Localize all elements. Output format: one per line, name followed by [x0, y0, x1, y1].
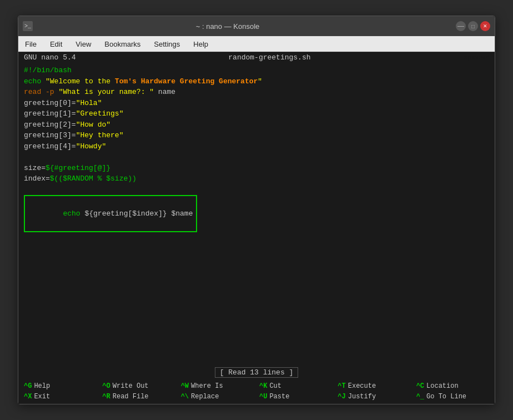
konsole-window: >_ ~ : nano — Konsole — □ File Edit View…: [18, 16, 495, 404]
desc-exit: Exit: [34, 393, 50, 401]
shortcut-paste: ^U Paste: [257, 392, 334, 402]
shortcut-cut: ^K Cut: [257, 381, 334, 391]
shortcut-whereis: ^W Where Is: [179, 381, 256, 391]
desc-paste: Paste: [269, 393, 289, 401]
minimize-button[interactable]: —: [456, 21, 466, 31]
menu-bookmarks[interactable]: Bookmarks: [102, 39, 143, 49]
shortcut-location: ^C Location: [414, 381, 491, 391]
code-line-1: #!/bin/bash: [24, 65, 489, 76]
desc-location: Location: [426, 382, 459, 390]
key-cut: ^K: [259, 382, 267, 390]
key-exit: ^X: [24, 393, 32, 401]
shortcut-justify: ^J Justify: [335, 392, 413, 402]
shortcut-where-replace: ^W Where Is ^\ Replace: [179, 381, 256, 402]
shortcut-write-read: ^O Write Out ^R Read File: [100, 381, 177, 402]
code-line-11: index=$(($RANDOM % $size)): [24, 173, 489, 184]
code-line-12: [24, 184, 489, 196]
desc-justify: Justify: [348, 393, 376, 401]
desc-replace: Replace: [191, 393, 219, 401]
key-execute: ^T: [338, 382, 345, 390]
shortcut-replace: ^\ Replace: [179, 392, 256, 402]
desc-cut: Cut: [269, 382, 281, 390]
desc-whereis: Where Is: [191, 382, 223, 390]
shortcut-cut-paste: ^K Cut ^U Paste: [257, 381, 334, 402]
desc-gotoline: Go To Line: [426, 393, 466, 401]
menu-file[interactable]: File: [23, 39, 39, 49]
key-write: ^O: [102, 382, 110, 390]
highlighted-line: echo ${greeting[$index]} $name: [24, 195, 197, 232]
code-line-3: read -p "What is your name?: " name: [24, 87, 489, 98]
titlebar: >_ ~ : nano — Konsole — □: [18, 16, 495, 36]
close-button[interactable]: [480, 21, 490, 31]
nano-filename: random-greetings.sh: [228, 53, 310, 62]
key-whereis: ^W: [181, 382, 189, 390]
shortcut-bar: ^G Help ^X Exit ^O Write Out ^R Read Fil…: [18, 379, 495, 404]
status-message: [ Read 13 lines ]: [215, 367, 299, 378]
key-read: ^R: [102, 393, 110, 401]
code-line-10: size=${#greeting[@]}: [24, 163, 489, 174]
code-line-5: greeting[1]="Greetings": [24, 108, 489, 119]
key-justify: ^J: [338, 393, 345, 401]
shortcut-help: ^G Help: [22, 381, 99, 391]
status-bar: [ Read 13 lines ]: [18, 366, 495, 379]
shortcut-exit: ^X Exit: [22, 392, 99, 402]
shortcut-execute-justify: ^T Execute ^J Justify: [335, 381, 413, 402]
code-line-4: greeting[0]="Hola": [24, 98, 489, 109]
code-line-7: greeting[3]="Hey there": [24, 130, 489, 141]
shortcut-help-exit: ^G Help ^X Exit: [22, 381, 99, 402]
key-help: ^G: [24, 382, 32, 390]
shortcut-gotoline: ^_ Go To Line: [414, 392, 491, 402]
shortcut-execute: ^T Execute: [335, 381, 413, 391]
code-line-9: [24, 152, 489, 163]
key-paste: ^U: [259, 393, 267, 401]
window-title: ~ : nano — Konsole: [0, 22, 456, 31]
nano-version: GNU nano 5.4: [24, 53, 76, 62]
nano-header: GNU nano 5.4 random-greetings.sh spacer: [18, 52, 495, 63]
desc-help: Help: [34, 382, 50, 390]
desc-execute: Execute: [348, 382, 376, 390]
key-replace: ^\: [181, 393, 189, 401]
maximize-button[interactable]: □: [468, 21, 478, 31]
menu-help[interactable]: Help: [191, 39, 210, 49]
menu-edit[interactable]: Edit: [48, 39, 64, 49]
shortcut-location-gotoline: ^C Location ^_ Go To Line: [414, 381, 491, 402]
code-line-2: echo "Welcome to the Tom's Hardware Gree…: [24, 76, 489, 87]
shortcut-write: ^O Write Out: [100, 381, 177, 391]
menubar: File Edit View Bookmarks Settings Help: [18, 36, 495, 52]
key-gotoline: ^_: [416, 393, 424, 401]
desc-read: Read File: [113, 393, 149, 401]
code-line-6: greeting[2]="How do": [24, 119, 489, 131]
shortcut-read: ^R Read File: [100, 392, 177, 402]
code-line-8: greeting[4]="Howdy": [24, 141, 489, 152]
key-location: ^C: [416, 382, 424, 390]
titlebar-buttons: — □: [456, 21, 490, 31]
desc-write: Write Out: [113, 382, 149, 390]
code-line-13: echo ${greeting[$index]} $name: [24, 195, 489, 232]
editor-area[interactable]: #!/bin/bash echo "Welcome to the Tom's H…: [18, 63, 495, 366]
menu-settings[interactable]: Settings: [152, 39, 182, 49]
menu-view[interactable]: View: [73, 39, 93, 49]
